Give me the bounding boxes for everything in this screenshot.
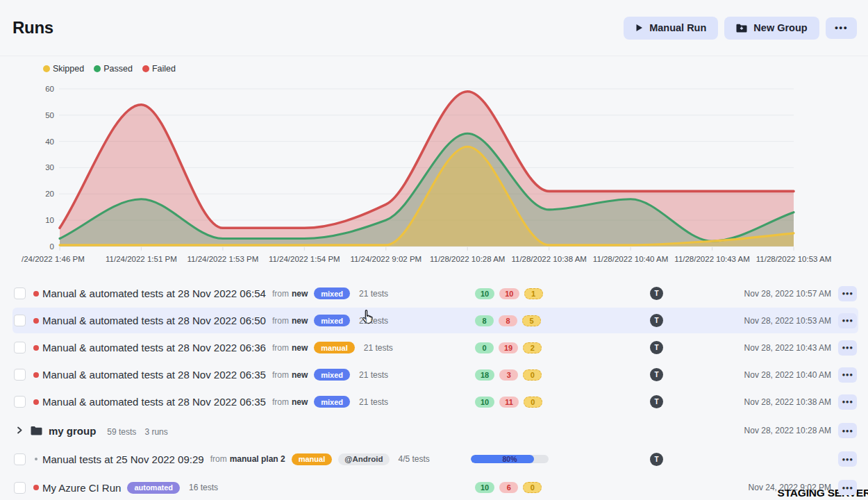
tests-count: 16 tests	[189, 483, 218, 492]
legend-item-passed[interactable]: Passed	[94, 64, 133, 74]
run-title: Manual & automated tests at 28 Nov 2022 …	[42, 369, 266, 381]
run-type-badge: manual	[314, 342, 355, 353]
svg-text:10: 10	[45, 216, 54, 224]
svg-text:0: 0	[50, 242, 54, 251]
assignee-avatar: T	[650, 314, 663, 327]
passed-count-pill: 8	[475, 315, 494, 326]
new-group-button[interactable]: New Group	[724, 17, 819, 40]
svg-text:50: 50	[45, 111, 54, 119]
svg-text:60: 60	[45, 85, 54, 93]
passed-count-pill: 18	[475, 369, 494, 381]
run-row[interactable]: Manual & automated tests at 28 Nov 2022 …	[0, 307, 868, 334]
from-plan-name: new	[292, 316, 308, 326]
run-title: Manual & automated tests at 28 Nov 2022 …	[42, 396, 266, 408]
svg-text:11/24/2022 1:51 PM: 11/24/2022 1:51 PM	[106, 255, 177, 263]
skipped-count-pill: 0	[523, 369, 542, 381]
run-date: Nov 28, 2022 10:43 AM	[744, 343, 831, 353]
ellipsis-icon: ●●●	[835, 24, 848, 31]
run-type-badge: mixed	[314, 315, 350, 326]
passed-count-pill: 10	[475, 397, 494, 408]
progress-percent-label: 80%	[471, 455, 549, 463]
result-counts: 885	[475, 315, 541, 326]
svg-text:11/24/2022 1:53 PM: 11/24/2022 1:53 PM	[187, 255, 259, 263]
row-more-button[interactable]: ●●●	[838, 394, 857, 410]
header-more-button[interactable]: ●●●	[826, 17, 857, 39]
page-title: Runs	[12, 18, 53, 38]
play-icon	[635, 24, 643, 32]
tests-count: 21 tests	[364, 343, 393, 353]
assignee-avatar: T	[650, 453, 663, 466]
svg-text:40: 40	[45, 138, 54, 146]
run-row[interactable]: Manual & automated tests at 28 Nov 2022 …	[0, 361, 868, 388]
header-actions: Manual Run New Group ●●●	[624, 17, 857, 40]
svg-text:11/24/2022 1:54 PM: 11/24/2022 1:54 PM	[269, 255, 340, 263]
tests-count: 21 tests	[359, 397, 388, 407]
row-more-button[interactable]: ●●●	[838, 423, 857, 438]
from-plan-name: new	[292, 343, 308, 353]
run-title: Manual & automated tests at 28 Nov 2022 …	[42, 288, 266, 299]
folder-plus-icon	[736, 24, 747, 33]
run-row[interactable]: Manual & automated tests at 28 Nov 2022 …	[0, 388, 868, 415]
run-title: My Azure CI Run	[42, 482, 121, 494]
svg-text:11/28/2022 10:28 AM: 11/28/2022 10:28 AM	[430, 255, 506, 263]
row-more-button[interactable]: ●●●	[838, 367, 857, 383]
skipped-count-pill: 0	[523, 482, 542, 493]
run-title: Manual & automated tests at 28 Nov 2022 …	[42, 315, 266, 326]
tests-count: 21 tests	[359, 316, 388, 326]
svg-text:20: 20	[45, 190, 54, 198]
row-more-button[interactable]: ●●●	[838, 480, 857, 495]
runs-chart-section: SkippedPassedFailed 0102030405060/24/202…	[0, 56, 868, 272]
from-label: from	[272, 316, 289, 326]
progress-bar: 80%	[471, 455, 549, 463]
skipped-count-pill: 2	[523, 342, 542, 353]
manual-run-button[interactable]: Manual Run	[624, 17, 718, 40]
legend-dot	[142, 65, 149, 72]
run-row[interactable]: My Azure CI Runautomated16 tests1060Nov …	[0, 474, 868, 500]
legend-item-skipped[interactable]: Skipped	[43, 64, 84, 74]
row-more-button[interactable]: ●●●	[838, 286, 857, 301]
group-tests-count: 59 tests	[107, 427, 136, 437]
run-type-badge: mixed	[314, 369, 350, 381]
svg-text:/24/2022 1:46 PM: /24/2022 1:46 PM	[22, 255, 85, 263]
run-row[interactable]: Manual & automated tests at 28 Nov 2022 …	[0, 334, 868, 361]
from-plan-name: new	[292, 397, 308, 407]
run-date: Nov 28, 2022 10:57 AM	[744, 289, 831, 299]
legend-label: Passed	[103, 64, 133, 74]
runs-area-chart: 0102030405060/24/2022 1:46 PM11/24/2022 …	[0, 77, 868, 272]
run-date: Nov 28, 2022 10:28 AM	[744, 426, 831, 435]
row-more-button[interactable]: ●●●	[838, 313, 857, 328]
legend-label: Failed	[152, 64, 176, 74]
failed-count-pill: 6	[499, 482, 518, 493]
from-plan-name: new	[292, 289, 308, 299]
group-runs-count: 3 runs	[144, 427, 167, 437]
page-header: Runs Manual Run New Group ●●●	[0, 0, 868, 56]
svg-text:30: 30	[45, 163, 54, 172]
group-row[interactable]: my group59 tests3 runsNov 28, 2022 10:28…	[0, 417, 868, 444]
run-row[interactable]: Manual & automated tests at 28 Nov 2022 …	[0, 280, 868, 307]
run-type-badge: automated	[127, 482, 180, 494]
result-counts: 0192	[475, 342, 542, 353]
from-label: from	[272, 289, 289, 299]
row-more-button[interactable]: ●●●	[838, 340, 857, 356]
manual-run-label: Manual Run	[649, 22, 706, 33]
run-type-badge: mixed	[314, 288, 350, 299]
tests-count: 21 tests	[359, 289, 388, 299]
svg-text:11/28/2022 10:53 AM: 11/28/2022 10:53 AM	[756, 255, 832, 263]
from-label: from	[272, 397, 289, 407]
run-row[interactable]: Manual tests at 25 Nov 2022 09:29fromman…	[0, 446, 868, 472]
run-date: Nov 28, 2022 10:53 AM	[744, 316, 831, 326]
from-label: from	[272, 343, 289, 353]
run-title: Manual tests at 25 Nov 2022 09:29	[42, 453, 204, 465]
result-counts: 1830	[475, 369, 542, 381]
legend-item-failed[interactable]: Failed	[142, 64, 176, 74]
assignee-avatar: T	[650, 341, 663, 354]
passed-count-pill: 10	[475, 288, 494, 299]
env-tag: @Android	[338, 453, 389, 465]
skipped-count-pill: 1	[524, 288, 543, 299]
failed-count-pill: 8	[499, 315, 517, 326]
row-more-button[interactable]: ●●●	[838, 451, 857, 467]
result-counts: 10110	[475, 397, 542, 408]
result-counts: 1060	[475, 482, 542, 493]
from-label: from	[210, 454, 227, 464]
run-date: Nov 28, 2022 10:38 AM	[744, 397, 831, 407]
